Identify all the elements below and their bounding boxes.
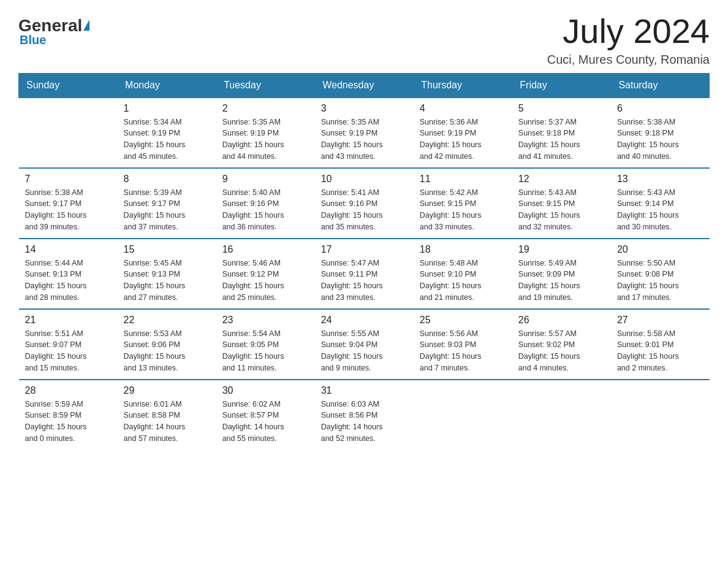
day-number: 23 [222,315,309,326]
logo-triangle-icon [83,20,89,31]
day-number: 31 [321,385,408,396]
day-number: 2 [222,103,309,114]
calendar-cell [19,98,118,168]
calendar-cell: 6Sunrise: 5:38 AM Sunset: 9:18 PM Daylig… [611,98,710,168]
calendar-cell: 8Sunrise: 5:39 AM Sunset: 9:17 PM Daylig… [118,168,216,239]
day-info: Sunrise: 5:57 AM Sunset: 9:02 PM Dayligh… [518,328,605,374]
day-number: 1 [124,103,210,114]
calendar-cell: 18Sunrise: 5:48 AM Sunset: 9:10 PM Dayli… [414,239,512,309]
calendar-header: SundayMondayTuesdayWednesdayThursdayFrid… [19,73,710,98]
day-number: 29 [124,385,210,396]
month-title: July 2024 [547,12,710,50]
calendar-cell: 29Sunrise: 6:01 AM Sunset: 8:58 PM Dayli… [118,380,216,450]
calendar-cell: 26Sunrise: 5:57 AM Sunset: 9:02 PM Dayli… [512,309,611,380]
calendar-cell: 23Sunrise: 5:54 AM Sunset: 9:05 PM Dayli… [216,309,315,380]
day-info: Sunrise: 5:55 AM Sunset: 9:04 PM Dayligh… [321,328,408,374]
calendar-cell: 15Sunrise: 5:45 AM Sunset: 9:13 PM Dayli… [118,239,216,309]
day-info: Sunrise: 5:41 AM Sunset: 9:16 PM Dayligh… [321,187,408,233]
day-info: Sunrise: 5:46 AM Sunset: 9:12 PM Dayligh… [222,258,309,304]
calendar-cell: 27Sunrise: 5:58 AM Sunset: 9:01 PM Dayli… [611,309,710,380]
calendar-cell: 14Sunrise: 5:44 AM Sunset: 9:13 PM Dayli… [19,239,118,309]
calendar-cell: 12Sunrise: 5:43 AM Sunset: 9:15 PM Dayli… [512,168,611,239]
day-info: Sunrise: 6:01 AM Sunset: 8:58 PM Dayligh… [124,399,210,445]
day-number: 7 [25,174,112,185]
day-info: Sunrise: 5:43 AM Sunset: 9:15 PM Dayligh… [518,187,605,233]
day-number: 3 [321,103,408,114]
day-number: 20 [617,244,703,255]
day-number: 28 [25,385,112,396]
day-info: Sunrise: 5:40 AM Sunset: 9:16 PM Dayligh… [222,187,309,233]
calendar-cell [414,380,512,450]
day-number: 14 [25,244,112,255]
day-info: Sunrise: 5:42 AM Sunset: 9:15 PM Dayligh… [420,187,506,233]
day-info: Sunrise: 5:58 AM Sunset: 9:01 PM Dayligh… [617,328,703,374]
header-thursday: Thursday [414,73,512,98]
day-info: Sunrise: 5:38 AM Sunset: 9:18 PM Dayligh… [617,117,703,163]
header-friday: Friday [512,73,611,98]
calendar-cell: 13Sunrise: 5:43 AM Sunset: 9:14 PM Dayli… [611,168,710,239]
day-info: Sunrise: 5:34 AM Sunset: 9:19 PM Dayligh… [124,117,210,163]
day-info: Sunrise: 5:43 AM Sunset: 9:14 PM Dayligh… [617,187,703,233]
day-info: Sunrise: 5:45 AM Sunset: 9:13 PM Dayligh… [124,258,210,304]
day-info: Sunrise: 5:51 AM Sunset: 9:07 PM Dayligh… [25,328,112,374]
day-number: 5 [518,103,605,114]
day-number: 10 [321,174,408,185]
calendar-cell: 28Sunrise: 5:59 AM Sunset: 8:59 PM Dayli… [19,380,118,450]
day-info: Sunrise: 5:44 AM Sunset: 9:13 PM Dayligh… [25,258,112,304]
day-number: 9 [222,174,309,185]
day-number: 11 [420,174,506,185]
day-info: Sunrise: 5:38 AM Sunset: 9:17 PM Dayligh… [25,187,112,233]
week-row-4: 28Sunrise: 5:59 AM Sunset: 8:59 PM Dayli… [19,380,710,450]
calendar-cell [512,380,611,450]
day-info: Sunrise: 5:35 AM Sunset: 9:19 PM Dayligh… [321,117,408,163]
week-row-0: 1Sunrise: 5:34 AM Sunset: 9:19 PM Daylig… [19,98,710,168]
calendar-cell: 5Sunrise: 5:37 AM Sunset: 9:18 PM Daylig… [512,98,611,168]
calendar-cell: 25Sunrise: 5:56 AM Sunset: 9:03 PM Dayli… [414,309,512,380]
day-info: Sunrise: 5:49 AM Sunset: 9:09 PM Dayligh… [518,258,605,304]
calendar-cell: 16Sunrise: 5:46 AM Sunset: 9:12 PM Dayli… [216,239,315,309]
calendar-body: 1Sunrise: 5:34 AM Sunset: 9:19 PM Daylig… [19,98,710,450]
day-number: 18 [420,244,506,255]
day-info: Sunrise: 5:53 AM Sunset: 9:06 PM Dayligh… [124,328,210,374]
calendar-cell: 30Sunrise: 6:02 AM Sunset: 8:57 PM Dayli… [216,380,315,450]
calendar-cell: 9Sunrise: 5:40 AM Sunset: 9:16 PM Daylig… [216,168,315,239]
calendar-cell: 10Sunrise: 5:41 AM Sunset: 9:16 PM Dayli… [315,168,414,239]
header-tuesday: Tuesday [216,73,315,98]
day-info: Sunrise: 5:54 AM Sunset: 9:05 PM Dayligh… [222,328,309,374]
day-number: 6 [617,103,703,114]
day-number: 17 [321,244,408,255]
day-info: Sunrise: 5:36 AM Sunset: 9:19 PM Dayligh… [420,117,506,163]
day-number: 25 [420,315,506,326]
calendar-cell: 4Sunrise: 5:36 AM Sunset: 9:19 PM Daylig… [414,98,512,168]
day-info: Sunrise: 6:02 AM Sunset: 8:57 PM Dayligh… [222,399,309,445]
logo-general-text: General [18,17,82,34]
day-number: 8 [124,174,210,185]
calendar-cell: 11Sunrise: 5:42 AM Sunset: 9:15 PM Dayli… [414,168,512,239]
calendar-cell: 3Sunrise: 5:35 AM Sunset: 9:19 PM Daylig… [315,98,414,168]
day-info: Sunrise: 5:37 AM Sunset: 9:18 PM Dayligh… [518,117,605,163]
week-row-3: 21Sunrise: 5:51 AM Sunset: 9:07 PM Dayli… [19,309,710,380]
header-row: SundayMondayTuesdayWednesdayThursdayFrid… [19,73,710,98]
week-row-1: 7Sunrise: 5:38 AM Sunset: 9:17 PM Daylig… [19,168,710,239]
day-number: 26 [518,315,605,326]
day-info: Sunrise: 5:56 AM Sunset: 9:03 PM Dayligh… [420,328,506,374]
calendar-cell: 24Sunrise: 5:55 AM Sunset: 9:04 PM Dayli… [315,309,414,380]
day-number: 27 [617,315,703,326]
day-number: 30 [222,385,309,396]
calendar-cell: 2Sunrise: 5:35 AM Sunset: 9:19 PM Daylig… [216,98,315,168]
calendar-cell: 31Sunrise: 6:03 AM Sunset: 8:56 PM Dayli… [315,380,414,450]
title-section: July 2024 Cuci, Mures County, Romania [547,12,710,67]
page-header: General Blue July 2024 Cuci, Mures Count… [18,12,710,67]
header-sunday: Sunday [19,73,118,98]
day-number: 24 [321,315,408,326]
header-saturday: Saturday [611,73,710,98]
day-info: Sunrise: 5:39 AM Sunset: 9:17 PM Dayligh… [124,187,210,233]
day-number: 19 [518,244,605,255]
day-number: 13 [617,174,703,185]
location-subtitle: Cuci, Mures County, Romania [547,53,710,67]
day-number: 4 [420,103,506,114]
header-monday: Monday [118,73,216,98]
day-info: Sunrise: 5:35 AM Sunset: 9:19 PM Dayligh… [222,117,309,163]
calendar-cell: 1Sunrise: 5:34 AM Sunset: 9:19 PM Daylig… [118,98,216,168]
calendar-cell: 22Sunrise: 5:53 AM Sunset: 9:06 PM Dayli… [118,309,216,380]
